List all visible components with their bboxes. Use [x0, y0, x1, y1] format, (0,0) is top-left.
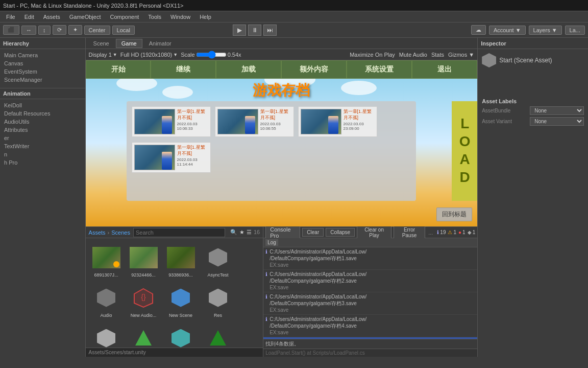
menu-gameobject[interactable]: GameObject: [65, 13, 105, 21]
log-entry-3[interactable]: ℹ C:/Users/Administrator/AppData/LocalLo…: [263, 315, 477, 337]
project-item-er[interactable]: er: [2, 134, 83, 142]
menu-component[interactable]: Component: [106, 13, 143, 21]
asset-item-7[interactable]: Res: [202, 283, 235, 319]
asset-item-4[interactable]: Audio: [90, 283, 123, 319]
menu-assets[interactable]: Assets: [39, 13, 64, 21]
maximize-on-play[interactable]: Maximize On Play: [350, 52, 395, 58]
step-button[interactable]: ⏭: [263, 25, 277, 36]
hierarchy-item-camera[interactable]: Main Camera: [2, 51, 83, 59]
layers-btn[interactable]: Layers ▼: [529, 26, 562, 35]
assets-search-icon[interactable]: 🔍: [230, 229, 237, 236]
svg-text:{}: {}: [141, 293, 146, 301]
log-text-2: C:/Users/Administrator/AppData/LocalLow/…: [270, 293, 475, 313]
btn-continue[interactable]: 继续: [151, 60, 216, 79]
toolbar-btn-3[interactable]: ↕: [38, 26, 51, 35]
inspector-header: Inspector: [478, 38, 588, 49]
log-filter[interactable]: Log: [265, 239, 278, 246]
clear-on-play-button[interactable]: Clear on Play: [357, 225, 391, 240]
unity-icon-7: [208, 288, 228, 308]
space-btn[interactable]: Local: [112, 26, 135, 35]
menu-help[interactable]: Help: [195, 13, 215, 21]
tab-animator[interactable]: Animator: [143, 39, 177, 48]
log-entry-1[interactable]: ℹ C:/Users/Administrator/AppData/LocalLo…: [263, 270, 477, 292]
assets-filter-icon[interactable]: ☰: [247, 229, 252, 236]
play-button[interactable]: ▶: [233, 25, 246, 36]
asset-item-9[interactable]: saveItem: [127, 323, 160, 348]
asset-item-8[interactable]: Save: [90, 323, 123, 348]
asset-item-3[interactable]: AsyncTest: [202, 242, 235, 279]
breadcrumb-assets[interactable]: Assets: [89, 229, 106, 236]
project-item-attributes[interactable]: Attributes: [2, 126, 83, 134]
clear-button[interactable]: Clear: [302, 228, 324, 237]
load-screen-title: 游戏存档: [253, 81, 310, 100]
save-slot-1[interactable]: 第一章[1.星繁月不孤] 2022.03.03 10:06:33: [132, 106, 211, 137]
toolbar-btn-1[interactable]: ⬛: [3, 25, 19, 35]
asset-item-1[interactable]: 92324466...: [127, 242, 160, 279]
resolution-selector[interactable]: Full HD (1920x1080) ▼: [120, 52, 178, 58]
hierarchy-item-eventsystem[interactable]: EventSystem: [2, 67, 83, 76]
asset-item-6[interactable]: New Scene: [164, 283, 198, 319]
assets-star-icon[interactable]: ★: [239, 229, 244, 236]
triangle-icon-9: [133, 328, 154, 348]
asset-item-10[interactable]: SaveItemU...: [164, 323, 198, 348]
asset-item-2[interactable]: 93386936...: [164, 242, 198, 279]
error-pause-button[interactable]: Error Pause: [394, 225, 425, 240]
new-audio-svg: {}: [133, 288, 154, 308]
project-item-n[interactable]: n: [2, 150, 83, 158]
back-to-title-button[interactable]: 回到标题: [436, 208, 472, 221]
project-item-keidoll[interactable]: KeiDoll: [2, 101, 83, 109]
btn-settings[interactable]: 系统设置: [347, 60, 412, 79]
pivot-btn[interactable]: Center: [84, 26, 110, 35]
layout-btn[interactable]: La...: [565, 26, 585, 35]
log-entry-0[interactable]: ℹ C:/Users/Administrator/AppData/LocalLo…: [263, 247, 477, 270]
project-item-audioutils[interactable]: AudioUtils: [2, 118, 83, 126]
console-more[interactable]: ...: [428, 229, 433, 236]
hierarchy-item-scenemanager[interactable]: SceneManager: [2, 76, 83, 84]
btn-start[interactable]: 开始: [86, 60, 151, 79]
btn-quit[interactable]: 退出: [412, 60, 477, 79]
save-slot-2[interactable]: 第一章[1.星繁月不孤] 2022.03.03 10:06:55: [215, 106, 294, 137]
collapse-button[interactable]: Collapse: [326, 228, 355, 237]
toolbar-btn-5[interactable]: ✦: [68, 25, 82, 35]
asset-item-11[interactable]: savetime...: [202, 323, 235, 348]
log-path-1: C:/Users/Administrator/AppData/LocalLow/…: [270, 271, 475, 284]
save-slot-4[interactable]: 第一章[1.星繁月不孤] 2022.03.03 11:14:44: [132, 142, 211, 173]
menu-window[interactable]: Window: [166, 13, 194, 21]
save-info-3: 第一章[1.星繁月不孤] 2022.03.03 23:09:00: [344, 109, 375, 131]
gizmos[interactable]: Gizmos ▼: [448, 52, 474, 58]
asset-bundle-select[interactable]: None: [530, 106, 584, 115]
btn-load[interactable]: 加载: [216, 60, 281, 79]
project-item-textwriter[interactable]: TextWriter: [2, 142, 83, 150]
hierarchy-item-canvas[interactable]: Canvas: [2, 59, 83, 67]
unity-icon-6: [170, 288, 191, 308]
tab-game[interactable]: Game: [116, 39, 142, 48]
display-selector[interactable]: Display 1 ▼: [89, 52, 117, 58]
toolbar-btn-2[interactable]: ↔: [21, 26, 36, 35]
menu-tools[interactable]: Tools: [144, 13, 165, 21]
pause-button[interactable]: ⏸: [248, 25, 261, 36]
console-title-tab: Console Pro: [265, 225, 300, 240]
assets-search-input[interactable]: [133, 228, 225, 237]
menu-file[interactable]: File: [2, 13, 19, 21]
project-item-hpro[interactable]: h Pro: [2, 158, 83, 167]
breadcrumb-scenes[interactable]: Scenes: [111, 229, 130, 236]
asset-item-0[interactable]: 6891307J...: [90, 242, 123, 279]
save-slot-3[interactable]: 第一章[1.星繁月不孤] 2022.03.03 23:09:00: [298, 106, 377, 137]
info-count: ℹ 19: [437, 229, 446, 235]
info-icon: ℹ: [437, 229, 439, 235]
menu-edit[interactable]: Edit: [20, 13, 38, 21]
game-ui-overlay: 开始 继续 加载 额外内容 系统设置 退出 游戏存档: [86, 60, 478, 226]
toolbar-btn-4[interactable]: ⟳: [53, 25, 66, 35]
console-stack-trace: LoadPanel.Start() at Scripts/u/LoadPanel…: [263, 349, 477, 357]
account-btn[interactable]: Account ▼: [489, 26, 526, 35]
asset-variant-select[interactable]: None: [530, 117, 584, 126]
mute-audio[interactable]: Mute Audio: [399, 52, 427, 58]
asset-item-5[interactable]: {} New Audio...: [127, 283, 160, 319]
log-entry-2[interactable]: ℹ C:/Users/Administrator/AppData/LocalLo…: [263, 292, 477, 315]
stats[interactable]: Stats: [431, 52, 444, 58]
btn-extra[interactable]: 额外内容: [281, 60, 347, 79]
project-item-default[interactable]: Default Resources: [2, 109, 83, 118]
cloud-btn[interactable]: ☁: [471, 25, 486, 35]
tab-scene[interactable]: Scene: [88, 39, 115, 48]
scale-slider[interactable]: [196, 51, 227, 59]
